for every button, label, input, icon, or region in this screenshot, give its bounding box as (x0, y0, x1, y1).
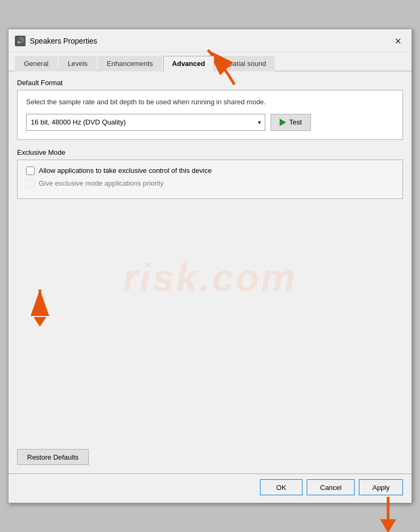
restore-defaults-button[interactable]: Restore Defaults (17, 449, 89, 465)
speakers-properties-dialog: 🔊 Speakers Properties ✕ General Levels E… (8, 29, 412, 503)
close-button[interactable]: ✕ (390, 34, 405, 48)
ok-button[interactable]: OK (260, 479, 303, 495)
bottom-section: Restore Defaults (9, 440, 411, 473)
tab-spatial-sound[interactable]: Spatial sound (215, 56, 275, 71)
exclusive-mode-title: Exclusive Mode (17, 148, 403, 156)
exclusive-priority-label: Give exclusive mode applications priorit… (39, 179, 164, 187)
exclusive-control-label: Allow applications to take exclusive con… (39, 167, 212, 174)
tab-bar: General Levels Enhancements Advanced Spa… (9, 52, 411, 71)
tab-levels[interactable]: Levels (58, 56, 97, 71)
tab-advanced[interactable]: Advanced (163, 56, 214, 71)
exclusive-priority-checkbox[interactable] (26, 179, 35, 188)
action-buttons-bar: OK Cancel Apply (9, 473, 411, 503)
window-title: Speakers Properties (30, 37, 97, 45)
title-bar: 🔊 Speakers Properties ✕ (9, 29, 411, 52)
exclusive-priority-row: Give exclusive mode applications priorit… (26, 179, 394, 188)
window-icon: 🔊 (15, 36, 26, 46)
exclusive-control-row: Allow applications to take exclusive con… (26, 167, 394, 175)
tab-general[interactable]: General (15, 56, 57, 71)
play-icon (280, 119, 286, 126)
default-format-description: Select the sample rate and bit depth to … (26, 97, 394, 107)
exclusive-control-checkbox[interactable] (26, 167, 35, 175)
tab-enhancements[interactable]: Enhancements (98, 56, 162, 71)
exclusive-mode-box: Allow applications to take exclusive con… (17, 160, 403, 199)
test-button[interactable]: Test (271, 114, 311, 131)
watermark: risk.com (123, 256, 297, 300)
cancel-button[interactable]: Cancel (307, 479, 355, 495)
format-select-wrapper: 16 bit, 44100 Hz (CD Quality) 16 bit, 48… (26, 114, 265, 131)
apply-button[interactable]: Apply (359, 479, 403, 495)
default-format-section: Default Format Select the sample rate an… (17, 79, 403, 140)
default-format-title: Default Format (17, 79, 403, 87)
default-format-box: Select the sample rate and bit depth to … (17, 90, 403, 140)
format-select[interactable]: 16 bit, 44100 Hz (CD Quality) 16 bit, 48… (26, 114, 265, 131)
test-button-label: Test (289, 118, 302, 126)
svg-marker-5 (380, 519, 396, 532)
exclusive-mode-section: Exclusive Mode Allow applications to tak… (17, 148, 403, 199)
